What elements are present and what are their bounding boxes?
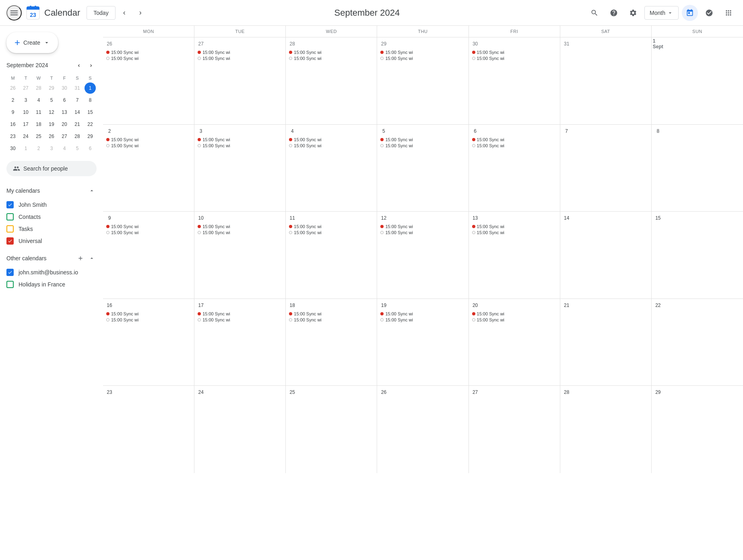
calendar-date-number[interactable]: 26 bbox=[105, 39, 114, 49]
settings-button[interactable] bbox=[625, 5, 641, 21]
mini-cal-day[interactable]: 10 bbox=[20, 107, 31, 118]
calendar-date-number[interactable]: 19 bbox=[379, 301, 388, 310]
calendar-cell[interactable]: 415:00 Sync wi15:00 Sync wi bbox=[286, 125, 377, 212]
mini-cal-day[interactable]: 16 bbox=[7, 119, 19, 130]
calendar-event[interactable]: 15:00 Sync wi bbox=[287, 317, 375, 323]
calendar-event[interactable]: 15:00 Sync wi bbox=[105, 230, 192, 235]
calendar-cell[interactable]: 24 bbox=[194, 386, 286, 473]
my-calendars-header[interactable]: My calendars bbox=[6, 183, 97, 199]
mini-cal-day[interactable]: 26 bbox=[46, 131, 57, 142]
calendar-view-button[interactable] bbox=[682, 5, 698, 21]
calendar-cell[interactable]: 2715:00 Sync wi15:00 Sync wi bbox=[194, 37, 286, 124]
calendar-event[interactable]: 15:00 Sync wi bbox=[105, 56, 192, 61]
other-calendar-item[interactable]: john.smith@business.io bbox=[6, 266, 97, 278]
calendar-event[interactable]: 15:00 Sync wi bbox=[196, 224, 284, 229]
mini-cal-day[interactable]: 5 bbox=[72, 143, 83, 154]
calendar-event[interactable]: 15:00 Sync wi bbox=[287, 143, 375, 148]
mini-cal-day[interactable]: 22 bbox=[85, 119, 96, 130]
calendar-cell[interactable]: 29 bbox=[652, 386, 743, 473]
calendar-cell[interactable]: 8 bbox=[652, 125, 743, 212]
calendar-cell[interactable]: 2615:00 Sync wi15:00 Sync wi bbox=[103, 37, 194, 124]
mini-cal-day[interactable]: 8 bbox=[85, 95, 96, 106]
mini-cal-day[interactable]: 29 bbox=[46, 82, 57, 94]
mini-cal-day[interactable]: 11 bbox=[33, 107, 44, 118]
calendar-event[interactable]: 15:00 Sync wi bbox=[379, 311, 466, 317]
calendar-event[interactable]: 15:00 Sync wi bbox=[471, 317, 558, 323]
mini-cal-day[interactable]: 5 bbox=[46, 95, 57, 106]
calendar-cell[interactable]: 28 bbox=[560, 386, 652, 473]
calendar-date-number[interactable]: 30 bbox=[471, 39, 480, 49]
calendar-event[interactable]: 15:00 Sync wi bbox=[379, 317, 466, 323]
view-selector[interactable]: Month bbox=[644, 6, 679, 20]
mini-cal-day[interactable]: 23 bbox=[7, 131, 19, 142]
calendar-cell[interactable]: 31 bbox=[560, 37, 652, 124]
mini-cal-day[interactable]: 4 bbox=[59, 143, 70, 154]
my-calendar-item[interactable]: Tasks bbox=[6, 223, 97, 235]
calendar-cell[interactable]: 26 bbox=[377, 386, 469, 473]
calendar-date-number[interactable]: 18 bbox=[287, 301, 297, 310]
calendar-event[interactable]: 15:00 Sync wi bbox=[287, 56, 375, 61]
mini-cal-day[interactable]: 20 bbox=[59, 119, 70, 130]
calendar-event[interactable]: 15:00 Sync wi bbox=[287, 224, 375, 229]
calendar-date-number[interactable]: 25 bbox=[287, 387, 297, 397]
calendar-event[interactable]: 15:00 Sync wi bbox=[471, 137, 558, 142]
calendar-cell[interactable]: 915:00 Sync wi15:00 Sync wi bbox=[103, 212, 194, 299]
mini-cal-day[interactable]: 15 bbox=[85, 107, 96, 118]
mini-cal-day[interactable]: 3 bbox=[46, 143, 57, 154]
calendar-date-number[interactable]: 17 bbox=[196, 301, 206, 310]
tasks-view-button[interactable] bbox=[701, 5, 717, 21]
calendar-event[interactable]: 15:00 Sync wi bbox=[105, 224, 192, 229]
other-calendar-item[interactable]: Holidays in France bbox=[6, 278, 97, 290]
calendar-cell[interactable]: 515:00 Sync wi15:00 Sync wi bbox=[377, 125, 469, 212]
other-calendars-collapse-button[interactable] bbox=[87, 253, 97, 263]
calendar-event[interactable]: 15:00 Sync wi bbox=[379, 137, 466, 142]
calendar-cell[interactable]: 315:00 Sync wi15:00 Sync wi bbox=[194, 125, 286, 212]
calendar-event[interactable]: 15:00 Sync wi bbox=[379, 224, 466, 229]
calendar-event[interactable]: 15:00 Sync wi bbox=[196, 317, 284, 323]
apps-button[interactable] bbox=[720, 5, 737, 21]
calendar-event[interactable]: 15:00 Sync wi bbox=[105, 143, 192, 148]
calendar-event[interactable]: 15:00 Sync wi bbox=[287, 230, 375, 235]
calendar-date-number[interactable]: 3 bbox=[196, 126, 206, 136]
calendar-date-number[interactable]: 27 bbox=[471, 387, 480, 397]
calendar-cell[interactable]: 14 bbox=[560, 212, 652, 299]
calendar-date-number[interactable]: 22 bbox=[653, 301, 663, 310]
today-button[interactable]: Today bbox=[87, 6, 115, 20]
mini-cal-day[interactable]: 6 bbox=[85, 143, 96, 154]
prev-period-button[interactable]: ‹ bbox=[117, 6, 132, 20]
calendar-date-number[interactable]: 20 bbox=[471, 301, 480, 310]
add-other-calendar-button[interactable] bbox=[76, 253, 85, 263]
calendar-event[interactable]: 15:00 Sync wi bbox=[471, 49, 558, 55]
calendar-date-number[interactable]: 10 bbox=[196, 213, 206, 223]
calendar-event[interactable]: 15:00 Sync wi bbox=[287, 311, 375, 317]
calendar-event[interactable]: 15:00 Sync wi bbox=[196, 143, 284, 148]
calendar-cell[interactable]: 7 bbox=[560, 125, 652, 212]
calendar-event[interactable]: 15:00 Sync wi bbox=[196, 230, 284, 235]
calendar-cell[interactable]: 1215:00 Sync wi15:00 Sync wi bbox=[377, 212, 469, 299]
calendar-date-number[interactable]: 29 bbox=[379, 39, 388, 49]
mini-cal-day[interactable]: 30 bbox=[59, 82, 70, 94]
calendar-date-number[interactable]: 28 bbox=[287, 39, 297, 49]
calendar-cell[interactable]: 15 bbox=[652, 212, 743, 299]
mini-cal-day[interactable]: 13 bbox=[59, 107, 70, 118]
mini-cal-prev-button[interactable]: ‹ bbox=[73, 60, 85, 71]
calendar-date-number[interactable]: 23 bbox=[105, 387, 114, 397]
mini-cal-day[interactable]: 28 bbox=[33, 82, 44, 94]
calendar-date-number[interactable]: 14 bbox=[562, 213, 572, 223]
mini-cal-day[interactable]: 27 bbox=[20, 82, 31, 94]
calendar-event[interactable]: 15:00 Sync wi bbox=[287, 137, 375, 142]
calendar-event[interactable]: 15:00 Sync wi bbox=[379, 143, 466, 148]
calendar-date-number[interactable]: 29 bbox=[653, 387, 663, 397]
calendar-event[interactable]: 15:00 Sync wi bbox=[105, 137, 192, 142]
mini-cal-day[interactable]: 12 bbox=[46, 107, 57, 118]
mini-cal-day[interactable]: 19 bbox=[46, 119, 57, 130]
create-button[interactable]: + Create bbox=[6, 32, 58, 53]
calendar-date-number[interactable]: 1 Sept bbox=[653, 39, 663, 49]
mini-cal-day[interactable]: 14 bbox=[72, 107, 83, 118]
calendar-cell[interactable]: 2015:00 Sync wi15:00 Sync wi bbox=[469, 299, 560, 386]
calendar-event[interactable]: 15:00 Sync wi bbox=[196, 49, 284, 55]
calendar-date-number[interactable]: 31 bbox=[562, 39, 572, 49]
calendar-event[interactable]: 15:00 Sync wi bbox=[379, 56, 466, 61]
mini-cal-day[interactable]: 1 bbox=[85, 82, 96, 94]
calendar-date-number[interactable]: 2 bbox=[105, 126, 114, 136]
